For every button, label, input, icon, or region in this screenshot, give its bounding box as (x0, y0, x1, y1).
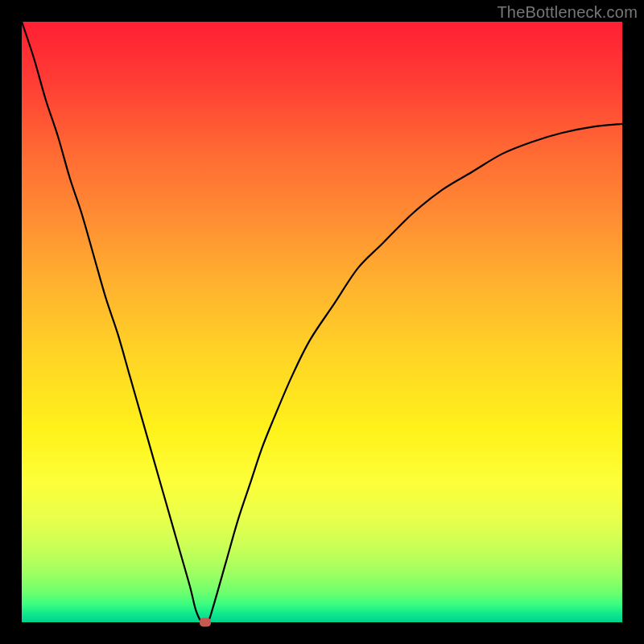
plot-area (22, 22, 622, 622)
optimum-marker (200, 618, 211, 627)
watermark-text: TheBottleneck.com (497, 3, 638, 22)
bottleneck-curve (22, 22, 622, 622)
chart-frame: TheBottleneck.com (0, 0, 644, 644)
